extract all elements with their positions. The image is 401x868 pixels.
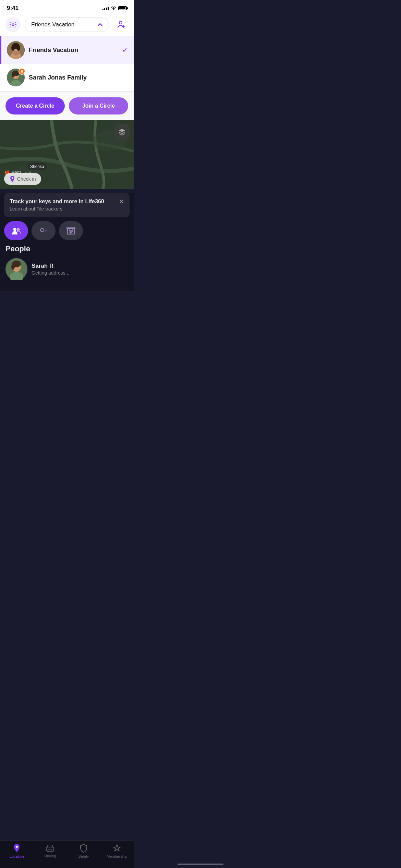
svg-rect-24 [72,231,73,233]
checkin-icon [10,176,15,182]
person-status-sarah: Getting address... [32,270,70,276]
join-circle-button[interactable]: Join a Circle [69,97,128,114]
circle-name-sarah-jonas: Sarah Jonas Family [29,74,87,81]
people-section: People Sarah R Getting address... [0,244,134,286]
person-illustration [7,41,25,59]
create-circle-button[interactable]: Create a Circle [5,97,65,114]
svg-point-6 [11,45,15,51]
map-layers-button[interactable] [114,124,130,140]
circle-selector-dropdown[interactable]: Friends Vacation [25,17,109,32]
svg-rect-22 [67,227,75,229]
battery-icon [118,6,127,10]
tile-banner-subtitle: Learn about Tile trackers [10,206,104,212]
svg-point-7 [17,45,20,51]
selected-circle-name: Friends Vacation [31,21,74,28]
people-icon [11,227,21,234]
people-tab-button[interactable] [4,221,28,240]
tab-icons-row [0,221,134,244]
tile-banner-title: Track your keys and more in Life360 [10,198,104,205]
add-person-button[interactable] [113,17,128,32]
selected-checkmark-icon: ✓ [122,46,128,55]
circle-dropdown-overlay: Friends Vacation ✓ R Sarah Jonas Family [0,36,134,92]
layers-icon [118,128,126,136]
action-buttons-row: Create a Circle Join a Circle [0,92,134,120]
building-icon [66,227,75,235]
wifi-icon [111,5,116,11]
signal-icon [102,6,109,10]
svg-point-0 [113,9,114,10]
svg-point-18 [17,228,20,231]
svg-point-17 [13,228,16,231]
check-in-text: Check in [17,176,36,182]
status-icons [102,5,127,11]
people-section-title: People [5,244,128,253]
check-in-button[interactable]: Check in [4,173,41,185]
circle-item-sarah-jonas-family[interactable]: R Sarah Jonas Family [0,64,134,92]
tile-tracker-banner: Track your keys and more in Life360 Lear… [4,193,130,217]
map-person-label: Sherisa [27,163,47,170]
gear-icon [9,21,17,28]
person-avatar-sarah [5,258,27,280]
settings-button[interactable] [5,17,21,32]
svg-point-1 [12,24,14,26]
add-person-icon [116,21,125,29]
person-row[interactable]: Sarah R Getting address... [5,258,128,280]
places-tab-button[interactable] [59,221,83,240]
top-nav: Friends Vacation [0,14,134,36]
key-icon [39,227,48,235]
status-time: 9:41 [7,5,19,12]
avatar-image [7,41,25,59]
tile-banner-close-button[interactable]: ✕ [119,198,124,205]
sarah-avatar-illustration [5,258,27,280]
avatar-sarah-jonas: R [7,69,25,86]
chevron-up-icon [98,22,102,28]
svg-rect-23 [70,231,71,234]
dark-section: Track your keys and more in Life360 Lear… [0,193,134,291]
person-name-sarah: Sarah R [32,263,70,269]
status-bar: 9:41 [0,0,134,14]
svg-point-19 [40,228,44,232]
circle-name-friends-vacation: Friends Vacation [29,47,78,54]
tile-tab-button[interactable] [32,221,56,240]
circle-item-friends-vacation[interactable]: Friends Vacation ✓ [0,36,134,64]
avatar-friends-vacation [7,41,25,59]
notification-badge-r: R [19,68,25,75]
svg-point-12 [12,73,14,77]
svg-point-29 [11,264,15,270]
svg-point-16 [12,177,13,179]
map-view: 🍎 Maps Legal Sherisa Check in [0,120,134,189]
